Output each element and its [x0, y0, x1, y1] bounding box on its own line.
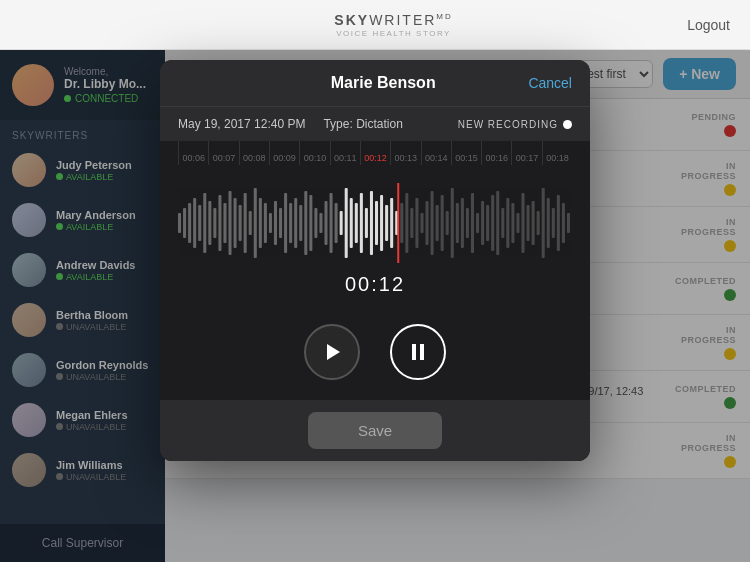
svg-rect-26 — [309, 195, 312, 251]
svg-rect-24 — [299, 205, 302, 241]
svg-rect-35 — [355, 203, 358, 243]
svg-rect-1 — [183, 208, 186, 238]
modal-header: Marie Benson Cancel — [160, 60, 590, 106]
svg-rect-81 — [420, 344, 424, 360]
svg-rect-49 — [426, 201, 429, 245]
modal-type: Type: Dictation — [323, 117, 402, 131]
svg-rect-50 — [431, 191, 434, 255]
svg-rect-64 — [501, 208, 504, 238]
svg-rect-13 — [244, 193, 247, 253]
svg-rect-39 — [375, 201, 378, 245]
svg-rect-41 — [385, 205, 388, 241]
app-logo: SKYWRITERMD VOICE HEALTH STORY — [334, 12, 452, 38]
svg-rect-9 — [223, 203, 226, 243]
svg-rect-14 — [249, 211, 252, 235]
modal-overlay: Marie Benson Cancel May 19, 2017 12:40 P… — [0, 50, 750, 562]
app-header: SKYWRITERMD VOICE HEALTH STORY Logout — [0, 0, 750, 50]
svg-rect-45 — [405, 193, 408, 253]
pause-icon — [408, 342, 428, 362]
svg-rect-44 — [400, 203, 403, 243]
svg-rect-33 — [345, 188, 348, 258]
svg-rect-38 — [370, 191, 373, 255]
svg-rect-7 — [213, 208, 216, 238]
svg-rect-37 — [365, 208, 368, 238]
svg-rect-28 — [319, 213, 322, 233]
svg-rect-10 — [229, 191, 232, 255]
svg-rect-70 — [532, 201, 535, 245]
svg-rect-59 — [476, 213, 479, 233]
modal-meta: May 19, 2017 12:40 PM Type: Dictation NE… — [160, 106, 590, 141]
svg-rect-46 — [410, 208, 413, 238]
svg-rect-68 — [521, 193, 524, 253]
recording-dot — [563, 120, 572, 129]
modal-badge: NEW RECORDING — [458, 119, 572, 130]
svg-rect-65 — [506, 198, 509, 248]
svg-rect-18 — [269, 213, 272, 233]
logout-button[interactable]: Logout — [687, 17, 730, 33]
play-button[interactable] — [304, 324, 360, 380]
svg-rect-34 — [350, 198, 353, 248]
modal-timeline: 00:06 00:07 00:08 00:09 00:10 00:11 00:1… — [160, 141, 590, 165]
svg-rect-67 — [516, 213, 519, 233]
svg-rect-53 — [446, 211, 449, 235]
svg-rect-77 — [567, 213, 570, 233]
svg-rect-72 — [542, 188, 545, 258]
svg-rect-74 — [552, 208, 555, 238]
svg-rect-71 — [537, 211, 540, 235]
svg-rect-3 — [193, 198, 196, 248]
svg-rect-73 — [547, 198, 550, 248]
waveform-area[interactable]: 00:12 — [160, 165, 590, 306]
svg-rect-8 — [218, 195, 221, 251]
svg-rect-62 — [491, 195, 494, 251]
modal-title: Marie Benson — [331, 74, 436, 92]
modal-controls — [160, 306, 590, 400]
svg-rect-4 — [198, 205, 201, 241]
svg-rect-19 — [274, 201, 277, 245]
svg-rect-58 — [471, 193, 474, 253]
svg-rect-20 — [279, 208, 282, 238]
svg-rect-56 — [461, 198, 464, 248]
waveform-container — [178, 183, 572, 263]
svg-rect-23 — [294, 198, 297, 248]
svg-rect-52 — [441, 195, 444, 251]
svg-rect-80 — [412, 344, 416, 360]
svg-rect-5 — [203, 193, 206, 253]
svg-rect-42 — [390, 198, 393, 248]
waveform-svg — [178, 183, 572, 263]
svg-rect-16 — [259, 198, 262, 248]
svg-rect-61 — [486, 205, 489, 241]
svg-rect-51 — [436, 205, 439, 241]
svg-rect-57 — [466, 208, 469, 238]
save-button[interactable]: Save — [308, 412, 442, 449]
svg-rect-25 — [304, 191, 307, 255]
svg-rect-60 — [481, 201, 484, 245]
timeline-ruler: 00:06 00:07 00:08 00:09 00:10 00:11 00:1… — [178, 141, 572, 165]
svg-rect-11 — [234, 198, 237, 248]
svg-rect-63 — [496, 191, 499, 255]
svg-rect-2 — [188, 203, 191, 243]
svg-rect-66 — [511, 203, 514, 243]
playback-time: 00:12 — [178, 263, 572, 296]
svg-rect-6 — [208, 201, 211, 245]
svg-rect-12 — [239, 205, 242, 241]
svg-rect-17 — [264, 203, 267, 243]
svg-rect-32 — [340, 211, 343, 235]
svg-rect-22 — [289, 203, 292, 243]
recording-modal: Marie Benson Cancel May 19, 2017 12:40 P… — [160, 60, 590, 461]
svg-rect-75 — [557, 195, 560, 251]
modal-date: May 19, 2017 12:40 PM — [178, 117, 305, 131]
svg-rect-48 — [420, 213, 423, 233]
pause-button[interactable] — [390, 324, 446, 380]
svg-rect-69 — [527, 205, 530, 241]
svg-rect-36 — [360, 193, 363, 253]
svg-rect-40 — [380, 195, 383, 251]
svg-rect-76 — [562, 203, 565, 243]
svg-rect-27 — [314, 208, 317, 238]
svg-rect-47 — [415, 198, 418, 248]
modal-cancel-button[interactable]: Cancel — [528, 75, 572, 91]
play-icon — [322, 342, 342, 362]
svg-rect-21 — [284, 193, 287, 253]
svg-marker-79 — [327, 344, 340, 360]
svg-rect-55 — [456, 203, 459, 243]
svg-rect-54 — [451, 188, 454, 258]
